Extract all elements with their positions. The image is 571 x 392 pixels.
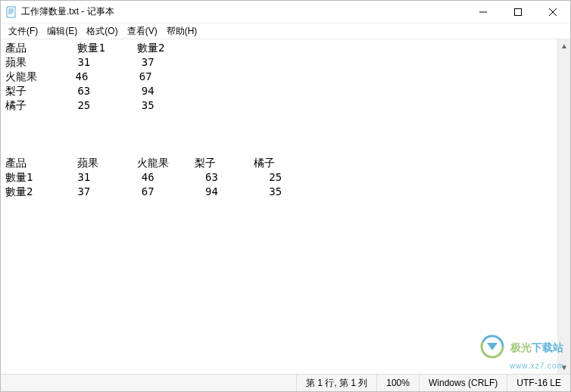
scrollbar-vertical[interactable]: ▲ ▼ (557, 39, 570, 374)
menu-view[interactable]: 查看(V) (123, 23, 162, 39)
status-encoding: UTF-16 LE (507, 375, 570, 391)
status-position: 第 1 行, 第 1 列 (296, 375, 376, 391)
menu-file[interactable]: 文件(F) (4, 23, 42, 39)
close-button[interactable] (535, 1, 570, 23)
maximize-button[interactable] (501, 1, 535, 23)
menu-format[interactable]: 格式(O) (82, 23, 122, 39)
statusbar: 第 1 行, 第 1 列 100% Windows (CRLF) UTF-16 … (1, 374, 570, 391)
scroll-down-icon[interactable]: ▼ (558, 361, 570, 374)
minimize-button[interactable] (466, 1, 501, 23)
status-lineend: Windows (CRLF) (419, 375, 507, 391)
status-zoom: 100% (376, 375, 419, 391)
notepad-icon (5, 6, 17, 18)
menu-edit[interactable]: 编辑(E) (42, 23, 82, 39)
menu-help[interactable]: 帮助(H) (162, 23, 202, 39)
menubar: 文件(F) 编辑(E) 格式(O) 查看(V) 帮助(H) (1, 23, 570, 39)
text-area[interactable]: 產品 數量1 數量2 蘋果 31 37 火龍果 46 67 梨子 63 94 橘… (1, 39, 570, 374)
titlebar: 工作簿数量.txt - 记事本 (1, 1, 570, 23)
window-title: 工作簿数量.txt - 记事本 (21, 5, 466, 18)
svg-rect-6 (515, 8, 522, 15)
scroll-up-icon[interactable]: ▲ (558, 39, 570, 52)
window-controls (466, 1, 570, 23)
